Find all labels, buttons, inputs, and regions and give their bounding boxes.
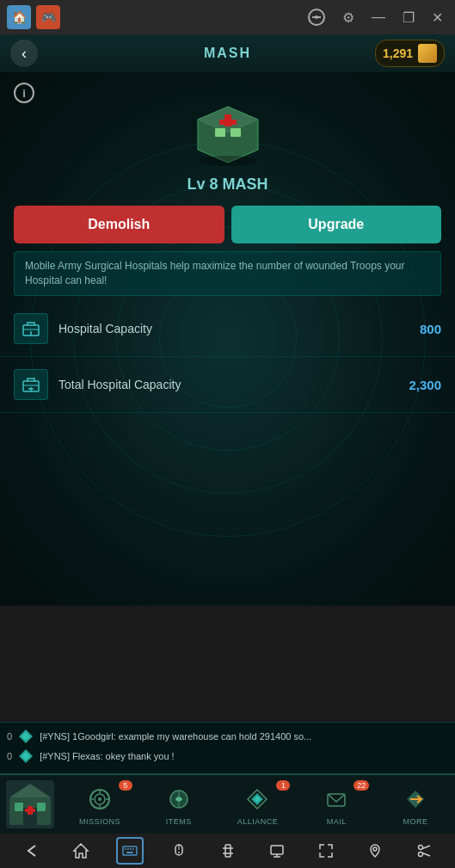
restore-control[interactable]: ❐	[397, 8, 420, 28]
mail-label: MAIL	[327, 817, 347, 826]
svg-rect-22	[37, 803, 46, 811]
game-area: i Lv 8 MASH Demolish Upgrade	[0, 72, 455, 606]
home-icon[interactable]: 🏠	[7, 5, 31, 29]
svg-line-59	[422, 846, 430, 849]
svg-point-58	[418, 853, 422, 857]
topbar-title: MASH	[204, 46, 251, 61]
nav-item-items[interactable]: ITEMS	[139, 775, 218, 834]
nav-item-mail[interactable]: 22 MAIL	[297, 775, 376, 834]
bottom-nav: 5 MISSIONS ITEMS 1	[0, 773, 455, 834]
more-icon	[400, 784, 431, 815]
stat-value-2: 2,300	[409, 378, 441, 392]
info-icon[interactable]: i	[14, 83, 34, 103]
stat-value-1: 800	[420, 322, 441, 336]
upgrade-button[interactable]: Upgrade	[231, 206, 442, 243]
svg-line-60	[422, 853, 430, 857]
missions-icon	[84, 784, 115, 815]
chat-alliance-icon-2	[17, 748, 34, 765]
missions-label: MISSIONS	[79, 817, 120, 826]
chat-text-2: [#YNS] Flexas: okey thank you !	[40, 751, 448, 761]
home-sys-btn[interactable]	[67, 837, 95, 865]
more-label: MORE	[403, 817, 428, 826]
back-sys-btn[interactable]	[18, 837, 46, 865]
nav-building-icon	[6, 780, 54, 828]
fullscreen-sys-btn[interactable]	[312, 837, 340, 865]
gold-amount: 1,291	[383, 46, 413, 60]
description-box: Mobile Army Surgical Hospitals help maxi…	[14, 251, 441, 296]
minimize-control[interactable]: —	[366, 8, 390, 27]
chat-area: 0 [#YNS] 1Goodgirl: example my warehouse…	[0, 722, 455, 773]
chat-row-1: 0 [#YNS] 1Goodgirl: example my warehouse…	[7, 728, 448, 745]
settings-sys-btn[interactable]	[214, 837, 242, 865]
settings-control[interactable]: ⚙	[337, 8, 360, 28]
items-icon	[163, 784, 194, 815]
gold-icon	[418, 44, 437, 63]
svg-point-49	[178, 852, 180, 853]
building-svg	[185, 98, 271, 167]
stat-row-total-capacity: Total Hospital Capacity 2,300	[0, 357, 455, 413]
system-bar	[0, 834, 455, 868]
svg-rect-21	[15, 803, 23, 811]
chat-alliance-icon-1	[17, 728, 34, 745]
svg-rect-2	[215, 128, 225, 137]
mail-badge: 22	[354, 780, 369, 791]
chat-row-2: 0 [#YNS] Flexas: okey thank you !	[7, 748, 448, 765]
alliance-label: ALLIANCE	[237, 817, 279, 826]
gold-display: 1,291	[375, 40, 445, 67]
title-bar: 🏠 🎮 ⚙ — ❐ ✕	[0, 0, 455, 34]
items-label: ITEMS	[166, 817, 192, 826]
svg-marker-40	[74, 844, 88, 858]
building-image	[185, 98, 271, 167]
hospital-capacity-icon	[14, 313, 48, 344]
svg-rect-3	[231, 128, 241, 137]
stat-row-hospital-capacity: Hospital Capacity 800	[0, 301, 455, 357]
stats-area: Hospital Capacity 800 Total Hospital Cap…	[0, 301, 455, 413]
game-icon[interactable]: 🎮	[36, 5, 60, 29]
nav-item-building[interactable]	[0, 775, 60, 834]
svg-point-31	[98, 797, 101, 801]
nav-item-missions[interactable]: 5 MISSIONS	[60, 775, 139, 834]
svg-rect-5	[219, 120, 237, 125]
svg-rect-50	[225, 845, 231, 857]
action-buttons: Demolish Upgrade	[14, 206, 441, 243]
svg-point-57	[418, 846, 422, 850]
close-control[interactable]: ✕	[427, 8, 448, 28]
mail-icon	[321, 784, 352, 815]
screen-sys-btn[interactable]	[263, 837, 291, 865]
svg-point-56	[373, 847, 377, 851]
alliance-icon	[242, 784, 273, 815]
scissors-sys-btn[interactable]	[410, 837, 438, 865]
nav-item-alliance[interactable]: 1 ALLIANCE	[218, 775, 298, 834]
chat-text-1: [#YNS] 1Goodgirl: example my warehouse c…	[40, 731, 448, 742]
svg-marker-19	[9, 784, 51, 797]
svg-point-6	[198, 156, 258, 166]
crosshair-control[interactable]	[303, 7, 330, 28]
window-controls: ⚙ — ❐ ✕	[303, 7, 448, 28]
game-topbar: ‹ MASH 1,291	[0, 34, 455, 72]
svg-rect-24	[25, 809, 35, 812]
total-capacity-icon	[14, 369, 48, 400]
stat-label-1: Hospital Capacity	[58, 322, 409, 336]
alliance-badge: 1	[276, 780, 290, 791]
demolish-button[interactable]: Demolish	[14, 206, 224, 243]
nav-item-more[interactable]: MORE	[376, 775, 455, 834]
chat-count-2: 0	[7, 751, 12, 761]
svg-rect-53	[271, 846, 283, 854]
building-title: Lv 8 MASH	[187, 175, 267, 194]
keyboard-sys-btn[interactable]	[116, 837, 144, 865]
stat-label-2: Total Hospital Capacity	[58, 378, 398, 391]
missions-badge: 5	[119, 780, 132, 791]
svg-rect-41	[123, 846, 137, 855]
chat-count-1: 0	[7, 731, 12, 742]
location-sys-btn[interactable]	[361, 837, 389, 865]
back-button[interactable]: ‹	[10, 40, 38, 67]
mouse-sys-btn[interactable]	[165, 837, 193, 865]
